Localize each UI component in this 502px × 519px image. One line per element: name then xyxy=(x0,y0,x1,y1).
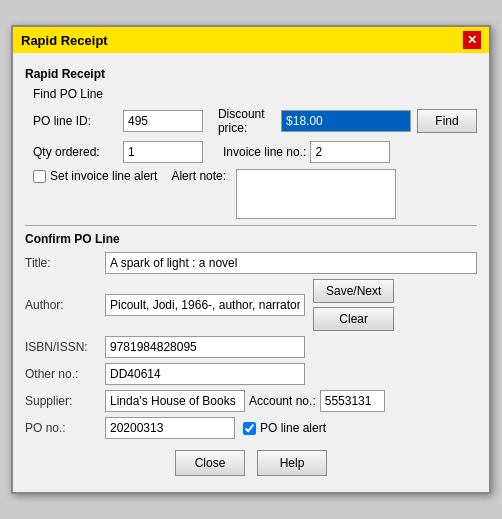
po-line-alert-container: PO line alert xyxy=(243,421,326,435)
help-button[interactable]: Help xyxy=(257,450,327,476)
isbn-input[interactable] xyxy=(105,336,305,358)
rapid-receipt-section-label: Rapid Receipt xyxy=(25,67,477,81)
alert-note-textarea[interactable] xyxy=(236,169,396,219)
title-label: Title: xyxy=(25,256,105,270)
clear-button[interactable]: Clear xyxy=(313,307,394,331)
qty-ordered-input[interactable] xyxy=(123,141,203,163)
po-line-alert-label: PO line alert xyxy=(260,421,326,435)
qty-invoice-row: Qty ordered: Invoice line no.: xyxy=(33,141,477,163)
set-invoice-alert-label[interactable]: Set invoice line alert xyxy=(33,169,157,183)
author-label: Author: xyxy=(25,298,105,312)
confirm-po-line-label: Confirm PO Line xyxy=(25,232,477,246)
other-no-row: Other no.: xyxy=(25,363,477,385)
account-no-input[interactable] xyxy=(320,390,385,412)
po-line-row: PO line ID: Discount price: Find xyxy=(33,107,477,135)
qty-ordered-label: Qty ordered: xyxy=(33,145,123,159)
isbn-label: ISBN/ISSN: xyxy=(25,340,105,354)
save-next-button[interactable]: Save/Next xyxy=(313,279,394,303)
po-no-input[interactable] xyxy=(105,417,235,439)
set-invoice-alert-checkbox[interactable] xyxy=(33,170,46,183)
title-row: Title: xyxy=(25,252,477,274)
account-no-label: Account no.: xyxy=(249,394,316,408)
confirm-fields: Title: Author: Save/Next Clear ISBN/ISSN… xyxy=(25,252,477,444)
other-no-input[interactable] xyxy=(105,363,305,385)
save-clear-buttons: Save/Next Clear xyxy=(313,279,394,331)
invoice-line-no-input[interactable] xyxy=(310,141,390,163)
author-input[interactable] xyxy=(105,294,305,316)
po-line-id-input[interactable] xyxy=(123,110,203,132)
title-bar: Rapid Receipt ✕ xyxy=(13,27,489,53)
po-line-id-label: PO line ID: xyxy=(33,114,123,128)
discount-price-label: Discount price: xyxy=(218,107,277,135)
po-no-label: PO no.: xyxy=(25,421,105,435)
author-row: Author: Save/Next Clear xyxy=(25,279,477,331)
supplier-label: Supplier: xyxy=(25,394,105,408)
title-input[interactable] xyxy=(105,252,477,274)
supplier-input[interactable] xyxy=(105,390,245,412)
invoice-line-no-label: Invoice line no.: xyxy=(223,145,306,159)
footer-buttons: Close Help xyxy=(25,444,477,484)
confirm-section: Title: Author: Save/Next Clear ISBN/ISSN… xyxy=(25,252,477,444)
close-icon[interactable]: ✕ xyxy=(463,31,481,49)
other-no-label: Other no.: xyxy=(25,367,105,381)
rapid-receipt-dialog: Rapid Receipt ✕ Rapid Receipt Find PO Li… xyxy=(11,25,491,494)
po-no-row: PO no.: PO line alert xyxy=(25,417,477,439)
alert-note-label: Alert note: xyxy=(171,169,226,183)
discount-price-input[interactable] xyxy=(281,110,411,132)
dialog-body: Rapid Receipt Find PO Line PO line ID: D… xyxy=(13,53,489,492)
po-line-alert-checkbox[interactable] xyxy=(243,422,256,435)
dialog-title: Rapid Receipt xyxy=(21,33,108,48)
find-po-line-label: Find PO Line xyxy=(33,87,477,101)
supplier-row: Supplier: Account no.: xyxy=(25,390,477,412)
isbn-row: ISBN/ISSN: xyxy=(25,336,477,358)
alert-row: Set invoice line alert Alert note: xyxy=(33,169,477,219)
close-button[interactable]: Close xyxy=(175,450,245,476)
divider xyxy=(25,225,477,226)
find-button[interactable]: Find xyxy=(417,109,477,133)
